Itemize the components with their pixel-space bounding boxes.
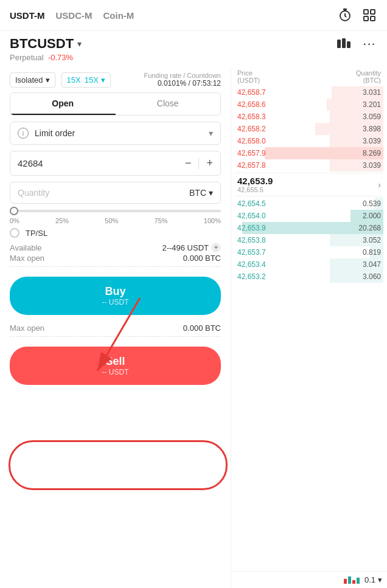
max-open-sell-value: 0.000 BTC: [183, 323, 221, 333]
sell-button[interactable]: Sell -- USDT: [10, 347, 221, 385]
margin-type-selector[interactable]: Isolated ▾: [10, 72, 55, 88]
orderbook-header: Price (USDT) Quantity (BTC): [235, 67, 383, 86]
divider-2: [10, 336, 221, 337]
ask-row[interactable]: 42,658.2 3.898: [235, 123, 383, 135]
tab-close[interactable]: Close: [116, 93, 221, 115]
bid-row[interactable]: 42,653.2 3.060: [235, 271, 383, 283]
spread-info: 42,653.9 42,655.5: [237, 176, 273, 193]
sell-button-label: Sell: [10, 355, 221, 368]
nav-icons: [337, 7, 377, 23]
perpetual-label: Perpetual: [10, 53, 44, 62]
info-icon[interactable]: i: [18, 128, 29, 139]
spread-chevron-icon[interactable]: ›: [378, 180, 381, 190]
add-funds-icon[interactable]: +: [211, 243, 221, 252]
ask-row[interactable]: 42,657.8 3.039: [235, 159, 383, 171]
pair-title-group[interactable]: BTCUSDT ▾: [10, 36, 82, 52]
qty-header: Quantity (BTC): [356, 69, 381, 84]
quantity-dropdown-icon: ▾: [209, 188, 213, 198]
slider-label-50: 50%: [105, 217, 118, 224]
quantity-unit-selector[interactable]: BTC ▾: [189, 188, 213, 198]
spread-row[interactable]: 42,653.9 42,655.5 ›: [235, 173, 383, 196]
buy-button[interactable]: Buy -- USDT: [10, 277, 221, 315]
available-value: 2--496 USDT +: [162, 243, 221, 252]
slider-thumb[interactable]: [10, 207, 18, 215]
ask-row[interactable]: 42,657.9 8.269: [235, 147, 383, 159]
price-divider: [198, 158, 199, 169]
quantity-placeholder: Quantity: [18, 188, 189, 198]
leverage-label-2: 15X: [85, 75, 99, 85]
slider-label-25: 25%: [55, 217, 69, 224]
max-open-sell-row: Max open 0.000 BTC: [10, 323, 221, 333]
tab-open[interactable]: Open: [10, 93, 116, 115]
order-type-row[interactable]: i Limit order ▾: [10, 122, 221, 145]
margin-dropdown-icon: ▾: [46, 75, 50, 85]
chart-icon[interactable]: [336, 36, 352, 52]
subtitle-row: Perpetual -0.73%: [0, 53, 387, 67]
available-row: Available 2--496 USDT +: [10, 243, 221, 252]
nav-tabs: USDT-M USDC-M Coin-M: [10, 10, 337, 21]
funding-info: Funding rate / Countdown 0.0101% / 07:53…: [144, 72, 221, 88]
slider-label-100: 100%: [204, 217, 221, 224]
bid-row[interactable]: 42,653.4 3.047: [235, 258, 383, 271]
leverage-dropdown-icon: ▾: [101, 75, 105, 85]
slider-track[interactable]: [10, 210, 221, 212]
max-open-buy-value: 0.000 BTC: [183, 254, 221, 263]
slider-container: 0% 25% 50% 75% 100%: [10, 210, 221, 224]
slider-labels: 0% 25% 50% 75% 100%: [10, 217, 221, 224]
depth-dropdown-icon: ▾: [378, 575, 382, 584]
quantity-unit-label: BTC: [189, 188, 206, 198]
ask-row[interactable]: 42,658.0 3.039: [235, 135, 383, 147]
svg-rect-2: [371, 10, 375, 14]
available-label: Available: [10, 243, 42, 252]
divider-1: [10, 266, 221, 267]
ask-row[interactable]: 42,658.6 3.201: [235, 99, 383, 111]
slider-label-75: 75%: [155, 217, 168, 224]
trade-tabs: Open Close: [10, 92, 221, 116]
timer-icon[interactable]: [337, 7, 353, 23]
bid-row[interactable]: 42,654.5 0.539: [235, 198, 383, 210]
bid-row[interactable]: 42,654.0 2.000: [235, 210, 383, 222]
max-open-buy-row: Max open 0.000 BTC: [10, 254, 221, 263]
orderbook-panel: Price (USDT) Quantity (BTC) 42,658.7 3.0…: [231, 67, 387, 588]
order-type-dropdown-icon: ▾: [209, 128, 213, 138]
bid-rows: 42,654.5 0.539 42,654.0 2.000 42,653.9 2…: [235, 198, 383, 283]
ask-row[interactable]: 42,658.7 3.031: [235, 86, 383, 99]
price-row: − +: [10, 151, 221, 176]
bottom-bar: 0.1 ▾: [231, 571, 387, 588]
title-action-icons: ···: [336, 36, 377, 52]
funding-label: Funding rate / Countdown: [144, 72, 221, 79]
buy-button-sub: -- USDT: [10, 298, 221, 306]
tab-usdt-m[interactable]: USDT-M: [10, 10, 45, 21]
bid-row[interactable]: 42,653.8 3.052: [235, 234, 383, 246]
price-header: Price (USDT): [237, 69, 260, 84]
top-nav: USDT-M USDC-M Coin-M: [0, 0, 387, 31]
svg-rect-3: [364, 16, 368, 21]
quantity-row[interactable]: Quantity BTC ▾: [10, 182, 221, 204]
svg-rect-1: [364, 10, 368, 14]
pair-title: BTCUSDT: [10, 36, 74, 52]
price-increase-btn[interactable]: +: [206, 157, 213, 170]
main-content: Isolated ▾ 15X 15X ▾ Funding rate / Coun…: [0, 67, 387, 588]
pair-dropdown-icon[interactable]: ▾: [77, 39, 82, 49]
margin-type-label: Isolated: [15, 75, 43, 85]
tpsl-row: TP/SL: [10, 228, 221, 238]
bid-row[interactable]: 42,653.9 20.268: [235, 222, 383, 234]
tab-usdc-m[interactable]: USDC-M: [56, 10, 92, 21]
price-decrease-btn[interactable]: −: [185, 157, 192, 170]
change-percent: -0.73%: [48, 53, 73, 62]
buy-button-label: Buy: [10, 285, 221, 298]
tpsl-checkbox[interactable]: [10, 228, 19, 238]
spread-sub: 42,655.5: [237, 186, 273, 193]
depth-chart-icon[interactable]: [344, 576, 360, 584]
tab-coin-m[interactable]: Coin-M: [103, 10, 134, 21]
bid-row[interactable]: 42,653.7 0.819: [235, 246, 383, 258]
leverage-selector[interactable]: 15X 15X ▾: [61, 72, 111, 88]
funding-value: 0.0101% / 07:53:12: [144, 79, 221, 88]
layout-icon[interactable]: [361, 7, 377, 23]
more-icon[interactable]: ···: [361, 36, 377, 52]
ask-rows: 42,658.7 3.031 42,658.6 3.201 42,658.3 3…: [235, 86, 383, 171]
price-input[interactable]: [18, 158, 185, 168]
svg-rect-4: [371, 16, 375, 21]
ask-row[interactable]: 42,658.3 3.059: [235, 111, 383, 123]
depth-select[interactable]: 0.1 ▾: [364, 575, 382, 584]
